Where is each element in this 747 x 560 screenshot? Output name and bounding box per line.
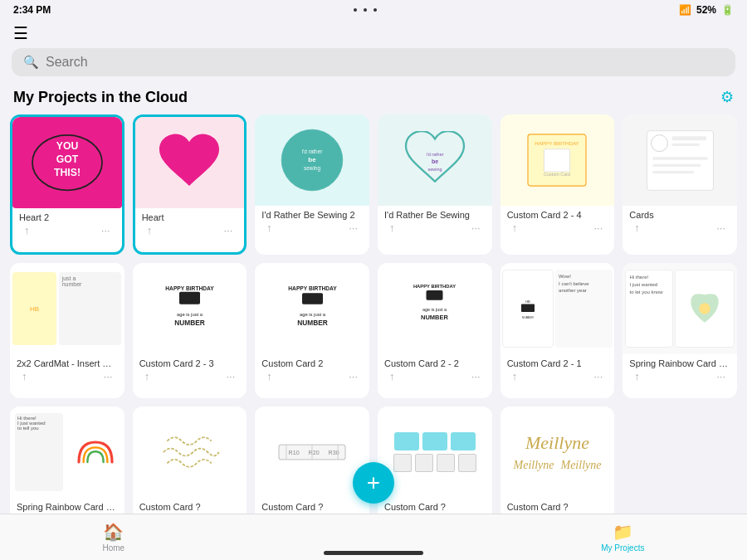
svg-text:Custom Card: Custom Card — [544, 172, 570, 177]
tab-my-projects[interactable]: 📁 My Projects — [601, 522, 644, 553]
more-button[interactable]: ··· — [101, 224, 110, 236]
card-actions: ↑··· — [384, 220, 486, 237]
share-button[interactable]: ↑ — [266, 222, 272, 234]
card-thumbnail: HAPPY BIRTHDAY age is just a NUMBER — [255, 263, 369, 354]
svg-rect-13 — [544, 149, 570, 172]
card-name: Custom Card 2 - 2 — [384, 358, 486, 368]
svg-text:sewing: sewing — [304, 165, 320, 172]
project-card[interactable]: HAPPY BIRTHDAY age is just a NUMBER Cust… — [133, 263, 247, 398]
status-center — [354, 8, 377, 12]
svg-text:THIS!: THIS! — [54, 167, 81, 178]
share-button[interactable]: ↑ — [389, 222, 395, 234]
svg-text:YOU: YOU — [56, 140, 79, 152]
svg-text:HAPPY BIRTHDAY: HAPPY BIRTHDAY — [535, 140, 580, 146]
more-button[interactable]: ··· — [593, 370, 603, 382]
card-thumbnail: YOU GOT THIS! — [12, 117, 122, 208]
share-button[interactable]: ↑ — [512, 222, 518, 234]
tab-home-label: Home — [103, 543, 125, 553]
dot2 — [364, 8, 367, 12]
more-button[interactable]: ··· — [223, 224, 232, 236]
card-thumbnail: i'd rather be sewing — [255, 114, 369, 206]
project-card[interactable]: YOU GOT THIS! Heart 2↑··· — [10, 114, 124, 255]
svg-text:age is just a: age is just a — [422, 307, 447, 312]
more-button[interactable]: ··· — [349, 222, 358, 234]
add-button[interactable]: + — [353, 462, 394, 504]
svg-text:R20: R20 — [309, 450, 320, 456]
card-thumbnail: HAPPY BIRTHDAY age is just a NUMBER — [378, 263, 492, 354]
card-actions: ↑··· — [507, 368, 608, 386]
projects-icon: 📁 — [613, 522, 633, 542]
project-card[interactable]: Cards↑··· — [622, 114, 737, 255]
top-nav: ☰ — [0, 20, 747, 48]
svg-text:be: be — [432, 158, 438, 164]
card-thumbnail — [622, 114, 737, 206]
section-title: My Projects in the Cloud — [13, 89, 188, 106]
card-name: I'd Rather Be Sewing 2 — [261, 210, 363, 220]
svg-rect-35 — [521, 304, 535, 312]
search-bar: 🔍 — [12, 48, 735, 76]
card-name: Spring Rainbow Card - r20 — [629, 358, 730, 368]
svg-text:HB: HB — [525, 299, 530, 304]
more-button[interactable]: ··· — [349, 370, 358, 382]
project-card[interactable]: HB NUMBER Wow!I can't believeanother yea… — [500, 263, 615, 398]
svg-text:NUMBER: NUMBER — [421, 314, 448, 321]
svg-text:sewing: sewing — [427, 167, 442, 172]
more-button[interactable]: ··· — [471, 370, 481, 382]
card-actions: ↑··· — [17, 368, 118, 386]
share-button[interactable]: ↑ — [512, 370, 518, 382]
card-name: Heart — [142, 212, 238, 222]
search-input[interactable] — [46, 55, 724, 70]
share-button[interactable]: ↑ — [24, 224, 30, 236]
more-button[interactable]: ··· — [104, 370, 113, 382]
project-card[interactable]: i'd rather be sewing I'd Rather Be Sewin… — [378, 114, 492, 255]
share-button[interactable]: ↑ — [147, 224, 153, 236]
card-thumbnail — [135, 117, 245, 208]
svg-text:NUMBER: NUMBER — [297, 318, 328, 326]
svg-point-37 — [699, 303, 710, 314]
card-name: Custom Card ? — [139, 502, 241, 512]
svg-text:GOT: GOT — [56, 153, 79, 165]
svg-text:HAPPY BIRTHDAY: HAPPY BIRTHDAY — [288, 285, 337, 291]
more-button[interactable]: ··· — [471, 222, 481, 234]
dot3 — [374, 8, 377, 12]
project-card[interactable]: Heart↑··· — [133, 114, 247, 255]
project-card[interactable]: Hi there!I just wantedto let you know Sp… — [622, 263, 737, 398]
share-button[interactable]: ↑ — [389, 370, 395, 382]
filter-icon[interactable]: ⚙ — [720, 88, 734, 106]
share-button[interactable]: ↑ — [22, 370, 27, 382]
share-button[interactable]: ↑ — [144, 370, 150, 382]
project-card[interactable]: HAPPY BIRTHDAY age is just a NUMBER Cust… — [378, 263, 492, 398]
project-card[interactable]: HAPPY BIRTHDAY age is just a NUMBER Cust… — [255, 263, 369, 398]
share-button[interactable]: ↑ — [634, 370, 640, 382]
svg-text:be: be — [308, 156, 316, 163]
more-button[interactable]: ··· — [226, 370, 235, 382]
time: 2:34 PM — [13, 4, 51, 16]
project-card[interactable]: i'd rather be sewing I'd Rather Be Sewin… — [255, 114, 369, 255]
more-button[interactable]: ··· — [716, 370, 725, 382]
svg-rect-31 — [427, 290, 443, 300]
card-actions: ↑··· — [19, 222, 115, 240]
more-button[interactable]: ··· — [593, 222, 603, 234]
svg-text:HAPPY BIRTHDAY: HAPPY BIRTHDAY — [413, 283, 456, 288]
card-name: Custom Card 2 — [261, 358, 363, 368]
share-button[interactable]: ↑ — [634, 222, 640, 234]
card-name: Custom Card ? — [507, 502, 608, 512]
svg-text:i'd rather: i'd rather — [426, 152, 443, 157]
project-card[interactable]: HAPPY BIRTHDAY Custom Card Custom Card 2… — [500, 114, 615, 255]
tab-home[interactable]: 🏠 Home — [103, 522, 125, 553]
card-name: Heart 2 — [19, 212, 115, 222]
card-actions: ↑··· — [261, 220, 363, 237]
share-button[interactable]: ↑ — [266, 370, 272, 382]
card-thumbnail: HAPPY BIRTHDAY age is just a NUMBER — [133, 263, 247, 354]
card-name: Custom Card 2 - 1 — [507, 358, 608, 368]
card-thumbnail: Hi there!I just wantedto tell you — [10, 407, 124, 498]
menu-button[interactable]: ☰ — [13, 23, 35, 43]
project-card[interactable]: HB just anumber 2x2 CardMat - Insert Car… — [10, 263, 124, 398]
status-right: 📶 52% 🔋 — [679, 4, 734, 16]
svg-rect-27 — [302, 293, 323, 304]
svg-rect-20 — [652, 163, 701, 166]
card-thumbnail: HAPPY BIRTHDAY Custom Card — [500, 114, 615, 206]
card-name: Custom Card 2 - 3 — [139, 358, 241, 368]
card-thumbnail: Meillyne Meillyne Meillyne — [500, 407, 615, 498]
more-button[interactable]: ··· — [716, 222, 725, 234]
